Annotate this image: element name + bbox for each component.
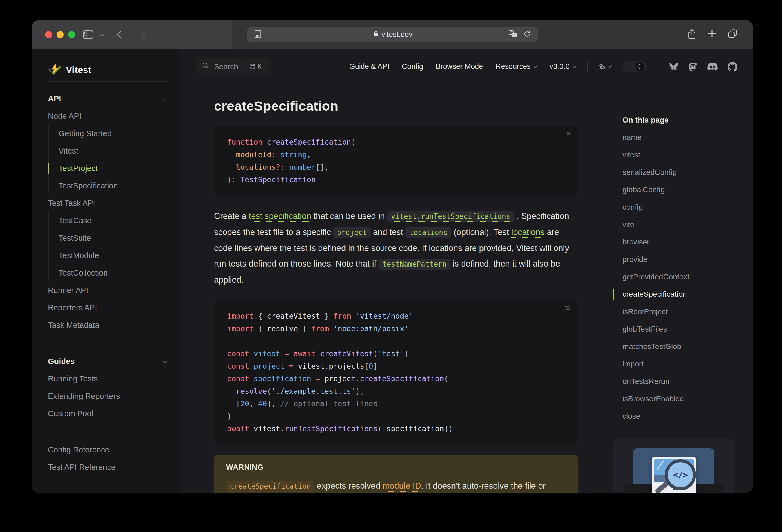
github-icon[interactable] (727, 62, 737, 72)
outline-item-globalconfig[interactable]: globalConfig (613, 181, 736, 199)
sidebar-chevron-icon[interactable] (100, 33, 103, 36)
outline-item-matchestestglob[interactable]: matchesTestGlob (613, 338, 736, 355)
sidebar-item-task-metadata[interactable]: Task Metadata (48, 316, 179, 334)
code-lang-label: ts (565, 304, 570, 312)
code-block-example: ts import { createVitest } from 'vitest/… (214, 300, 578, 445)
outline-item-isrootproject[interactable]: isRootProject (613, 303, 736, 320)
new-tab-icon[interactable] (707, 29, 717, 40)
bluesky-icon[interactable] (669, 62, 679, 71)
zoom-window-button[interactable] (68, 31, 75, 38)
inline-code[interactable]: createSpecification (226, 481, 315, 492)
inline-link[interactable]: module ID (383, 481, 421, 491)
search-button[interactable]: Search ⌘ K (196, 58, 270, 75)
discord-icon[interactable] (707, 63, 718, 71)
outline-item-provide[interactable]: provide (613, 251, 736, 268)
sidebar-sections: APINode APIGetting StartedVitestTestProj… (48, 90, 179, 476)
nav-item-browser-mode[interactable]: Browser Mode (436, 62, 483, 71)
sidebar-item-testsuite[interactable]: TestSuite (48, 229, 179, 247)
minimize-window-button[interactable] (57, 31, 64, 38)
inline-link[interactable]: testNamePattern (379, 259, 450, 270)
sidebar-item-vitest[interactable]: Vitest (48, 142, 179, 159)
nav-item-config[interactable]: Config (402, 62, 423, 71)
code-line: const vitest = await createVitest('test'… (227, 347, 565, 360)
share-icon[interactable] (687, 29, 697, 40)
text-run: and test (370, 227, 405, 237)
outline-item-ontestsrerun[interactable]: onTestsRerun (613, 373, 736, 390)
outline-item-config[interactable]: config (613, 199, 736, 216)
browser-window: vitest.dev A x (32, 21, 753, 493)
url-text: vitest.dev (382, 31, 413, 39)
outline-item-isbrowserenabled[interactable]: isBrowserEnabled (613, 390, 736, 407)
sidebar-section-label: Guides (48, 357, 75, 366)
warning-title: WARNING (226, 463, 566, 471)
outline-item-browser[interactable]: browser (613, 233, 736, 251)
outline-item-globtestfiles[interactable]: globTestFiles (613, 320, 736, 338)
nav-menu: Guide & APIConfigBrowser ModeResourcesv3… (349, 62, 576, 71)
nav-item-v3-0-0[interactable]: v3.0.0 (549, 62, 576, 71)
page-body: createSpecification ts function createSp… (179, 84, 753, 493)
outline-item-name[interactable]: name (613, 129, 736, 146)
search-shortcut: ⌘ K (246, 62, 265, 71)
sidebar-item-testcase[interactable]: TestCase (48, 212, 179, 229)
text-run: that can be used in (311, 211, 387, 221)
sidebar-section-api[interactable]: API (48, 90, 179, 107)
language-button[interactable]: ẍA (599, 62, 611, 71)
inline-link[interactable]: test specification (249, 211, 311, 221)
nav-item-guide-api[interactable]: Guide & API (349, 62, 389, 71)
sidebar-item-testproject[interactable]: TestProject (48, 159, 179, 177)
outline-item-import[interactable]: import (613, 355, 736, 373)
sidebar-item-testspecification[interactable]: TestSpecification (48, 177, 179, 194)
outline-item-close[interactable]: close (613, 407, 736, 425)
nav-item-label: Resources (496, 62, 531, 71)
sidebar-section-guides[interactable]: Guides (48, 353, 179, 370)
inline-link[interactable]: vitest.runTestSpecifications (387, 211, 514, 222)
ad-card[interactable]: </> (613, 438, 734, 493)
outline-item-serializedconfig[interactable]: serializedConfig (613, 164, 736, 181)
chevron-down-icon (163, 359, 168, 364)
back-icon[interactable] (118, 32, 123, 37)
inline-code[interactable]: locations (405, 227, 452, 238)
tab-overview-icon[interactable] (727, 29, 737, 40)
warning-body: createSpecification expects resolved mod… (226, 478, 566, 493)
page-title: createSpecification (214, 98, 578, 113)
vitest-logo-icon (48, 63, 61, 76)
forward-icon[interactable] (139, 32, 144, 37)
mastodon-icon[interactable] (688, 62, 698, 72)
code-line: [20, 40], // optional test lines (227, 397, 565, 410)
magnifier-code-icon: </> (665, 459, 696, 490)
sidebar-item-test-task-api[interactable]: Test Task API (48, 194, 179, 212)
text-run: Create a (214, 211, 249, 221)
sidebar-toggle-icon[interactable] (83, 30, 94, 39)
sidebar-item-testmodule[interactable]: TestModule (48, 247, 179, 264)
outline-item-vite[interactable]: vite (613, 216, 736, 233)
sidebar-item-config-reference[interactable]: Config Reference (48, 441, 179, 459)
sidebar-item-node-api[interactable]: Node API (48, 107, 179, 125)
address-bar[interactable]: vitest.dev A x (247, 27, 538, 42)
sidebar-item-extending-reporters[interactable]: Extending Reporters (48, 387, 179, 405)
nav-item-resources[interactable]: Resources (496, 62, 537, 71)
close-window-button[interactable] (45, 31, 52, 38)
sidebar-item-reporters-api[interactable]: Reporters API (48, 299, 179, 316)
dark-mode-toggle[interactable]: ☾ (623, 61, 646, 72)
svg-text:A: A (510, 31, 512, 34)
sidebar-item-custom-pool[interactable]: Custom Pool (48, 405, 179, 422)
sidebar-item-getting-started[interactable]: Getting Started (48, 125, 179, 142)
outline-item-vitest[interactable]: vitest (613, 146, 736, 164)
code-line: ) (227, 410, 565, 423)
translate-icon[interactable]: A x (509, 30, 517, 39)
reload-icon[interactable] (523, 30, 531, 39)
sidebar-item-runner-api[interactable]: Runner API (48, 282, 179, 299)
divider (587, 62, 588, 72)
code-lines[interactable]: function createSpecification( moduleId: … (227, 136, 565, 186)
inline-code[interactable]: project (333, 227, 371, 238)
search-icon (202, 62, 209, 71)
code-line: moduleId: string, (227, 148, 565, 161)
sidebar-item-running-tests[interactable]: Running Tests (48, 370, 179, 387)
outline-item-getprovidedcontext[interactable]: getProvidedContext (613, 268, 736, 286)
sidebar-item-test-api-reference[interactable]: Test API Reference (48, 459, 179, 476)
sidebar-item-testcollection[interactable]: TestCollection (48, 264, 179, 282)
code-lines[interactable]: import { createVitest } from 'vitest/nod… (227, 310, 565, 435)
inline-link[interactable]: locations (511, 227, 544, 237)
outline-item-createspecification[interactable]: createSpecification (613, 286, 736, 303)
vitest-logo[interactable]: Vitest (48, 60, 179, 79)
